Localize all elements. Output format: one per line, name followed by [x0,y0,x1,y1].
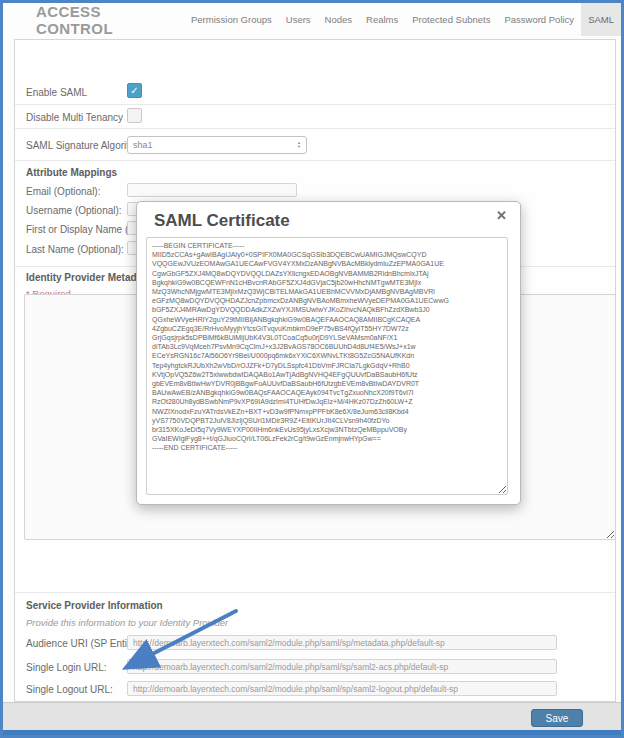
header: ACCESS CONTROL Permission Groups Users N… [3,3,621,36]
tab-bar: Permission Groups Users Nodes Realms Pro… [184,3,621,36]
tab-permission-groups[interactable]: Permission Groups [184,3,279,36]
tab-saml[interactable]: SAML [581,3,621,36]
selected-algorithm: sha1 [133,140,153,150]
single-logout-url-field[interactable] [127,681,557,696]
divider [15,160,615,161]
service-provider-subheading: Provide this information to your Identit… [26,617,228,628]
save-button[interactable]: Save [531,709,583,727]
tab-nodes[interactable]: Nodes [318,3,359,36]
certificate-textarea[interactable]: -----BEGIN CERTIFICATE----- MIID5zCCAs+g… [146,237,508,495]
single-login-url-field[interactable] [127,659,557,674]
last-name-label: Last Name (Optional): [26,244,124,255]
select-stepper-icon: ▲▼ [297,141,301,149]
enable-saml-label: Enable SAML [26,87,87,98]
tab-realms[interactable]: Realms [359,3,405,36]
signature-algorithm-label: SAML Signature Algorithm [26,140,143,151]
close-icon[interactable]: ✕ [496,209,507,223]
saml-signature-algorithm-select[interactable]: sha1 ▲▼ [127,136,307,154]
tab-users[interactable]: Users [279,3,318,36]
window-bottom-border [3,730,621,738]
attribute-mappings-heading: Attribute Mappings [26,167,117,178]
email-label: Email (Optional): [26,186,100,197]
enable-saml-checkbox[interactable]: ✓ [127,83,142,98]
disable-multi-tenancy-label: Disable Multi Tenancy [26,112,123,123]
single-login-url-label: Single Login URL: [26,662,107,673]
email-field[interactable] [127,183,297,197]
username-label: Username (Optional): [26,205,122,216]
modal-title: SAML Certificate [154,211,290,231]
service-provider-heading: Service Provider Information [26,600,163,611]
tab-protected-subnets[interactable]: Protected Subnets [405,3,497,36]
divider [15,592,615,593]
saml-certificate-modal: SAML Certificate ✕ -----BEGIN CERTIFICAT… [136,201,521,505]
single-logout-url-label: Single Logout URL: [26,684,113,695]
page-title: ACCESS CONTROL [36,3,158,37]
checkmark-icon: ✓ [130,85,138,96]
saml-settings-page: ACCESS CONTROL Permission Groups Users N… [0,0,624,738]
disable-multi-tenancy-checkbox[interactable] [127,108,142,123]
footer-bar: Save [3,702,621,730]
divider [15,128,615,129]
tab-password-policy[interactable]: Password Policy [497,3,581,36]
divider [15,104,615,105]
audience-uri-field[interactable] [127,635,557,650]
